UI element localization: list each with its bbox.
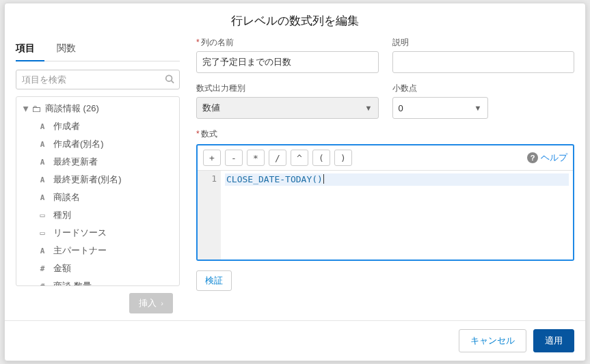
tree-root[interactable]: ▶ 🗀 商談情報 (26): [16, 100, 179, 117]
text-type-icon: [37, 193, 48, 202]
insert-button[interactable]: 挿入 ›: [129, 293, 173, 313]
tree-field-label: 商談名: [53, 191, 80, 204]
text-type-icon: [37, 176, 48, 184]
text-type-icon: [37, 158, 48, 167]
description-label: 説明: [392, 37, 575, 48]
tree-field-label: 金額: [53, 262, 71, 275]
apply-button[interactable]: 適用: [533, 329, 574, 352]
tree-field-item[interactable]: 最終更新者(別名): [16, 171, 179, 188]
text-type-icon: [37, 122, 48, 131]
tree-field-label: 最終更新者(別名): [53, 173, 122, 186]
operator-button-([interactable]: (: [312, 150, 330, 166]
tree-field-label: 作成者(別名): [53, 138, 104, 150]
tab-functions[interactable]: 関数: [57, 37, 85, 61]
tree-field-item[interactable]: 最終更新者: [16, 153, 179, 171]
tree-field-label: 最終更新者: [53, 156, 98, 168]
search-icon: [165, 74, 174, 85]
tree-field-item[interactable]: 商談名: [16, 188, 179, 206]
output-type-value: 数値: [202, 102, 220, 114]
fields-tree-scroll[interactable]: ▶ 🗀 商談情報 (26) 作成者作成者(別名)最終更新者最終更新者(別名)商談…: [16, 97, 179, 285]
left-tabs: 項目 関数: [16, 37, 180, 61]
help-icon: ?: [527, 152, 538, 163]
operator-button-)[interactable]: ): [334, 150, 352, 166]
tree-field-item[interactable]: 作成者(別名): [16, 135, 179, 153]
value-type-icon: [37, 264, 48, 273]
output-type-label: 数式出力種別: [196, 83, 379, 94]
tree-field-item[interactable]: 主パートナー: [16, 242, 179, 260]
value-type-icon: [37, 228, 48, 238]
tab-fields[interactable]: 項目: [16, 37, 44, 61]
caret-down-icon: ▼: [365, 104, 373, 112]
tree-field-item[interactable]: 商談 数量: [16, 277, 179, 285]
tree-field-item[interactable]: 金額: [16, 260, 179, 277]
operator-button-^[interactable]: ^: [291, 150, 308, 166]
cancel-button[interactable]: キャンセル: [459, 329, 526, 352]
chevron-right-icon: ›: [161, 299, 163, 307]
right-panel: *列の名前 説明 数式出力種別 数値 ▼: [196, 37, 574, 313]
tree-field-item[interactable]: 種別: [16, 206, 179, 224]
insert-button-label: 挿入: [139, 297, 157, 309]
tree-field-label: 種別: [53, 209, 71, 221]
tree-field-label: 主パートナー: [53, 244, 107, 257]
column-name-label: *列の名前: [196, 37, 379, 48]
value-type-icon: [37, 210, 48, 220]
formula-toolbar: +-*/^() ? ヘルプ: [198, 145, 573, 171]
output-type-select[interactable]: 数値 ▼: [196, 97, 379, 119]
tree-root-label: 商談情報 (26): [45, 102, 99, 115]
decimal-label: 小数点: [392, 83, 488, 94]
decimal-select[interactable]: 0 ▼: [392, 97, 488, 119]
validate-button[interactable]: 検証: [196, 270, 232, 291]
modal-footer: キャンセル 適用: [5, 320, 585, 361]
decimal-value: 0: [399, 103, 403, 113]
description-input[interactable]: [392, 51, 575, 73]
svg-point-0: [166, 75, 172, 81]
help-link[interactable]: ? ヘルプ: [527, 152, 567, 164]
caret-down-icon: ▼: [474, 104, 482, 112]
operator-button--[interactable]: -: [225, 150, 243, 166]
operator-button-+[interactable]: +: [203, 150, 221, 166]
operator-button-*[interactable]: *: [247, 150, 265, 166]
help-label: ヘルプ: [541, 152, 567, 164]
formula-code-area[interactable]: 1 CLOSE_DATE-TODAY(): [198, 171, 573, 260]
edit-formula-modal: 行レベルの数式列を編集 項目 関数: [4, 3, 586, 361]
svg-line-1: [172, 81, 174, 83]
code-gutter: 1: [198, 171, 221, 260]
value-type-icon: [37, 282, 48, 286]
tree-field-item[interactable]: 作成者: [16, 117, 179, 135]
formula-label: *数式: [196, 128, 574, 140]
column-name-input[interactable]: [196, 51, 379, 73]
operator-button-/[interactable]: /: [269, 150, 286, 166]
code-line[interactable]: CLOSE_DATE-TODAY(): [225, 173, 569, 186]
tree-field-item[interactable]: リードソース: [16, 224, 179, 242]
modal-title: 行レベルの数式列を編集: [5, 3, 585, 37]
tree-field-label: 商談 数量: [53, 280, 92, 285]
text-type-icon: [37, 247, 48, 255]
fields-tree: ▶ 🗀 商談情報 (26) 作成者作成者(別名)最終更新者最終更新者(別名)商談…: [16, 96, 180, 286]
caret-down-icon: ▶: [23, 104, 30, 113]
tree-field-label: 作成者: [53, 120, 80, 132]
tree-field-label: リードソース: [53, 227, 107, 239]
folder-icon: 🗀: [31, 104, 41, 113]
left-panel: 項目 関数 ▶ 🗀 商: [16, 37, 180, 313]
search-input[interactable]: [16, 70, 180, 89]
formula-editor: +-*/^() ? ヘルプ 1 CLOSE_DATE-TODAY(): [196, 144, 574, 261]
text-type-icon: [37, 140, 48, 149]
